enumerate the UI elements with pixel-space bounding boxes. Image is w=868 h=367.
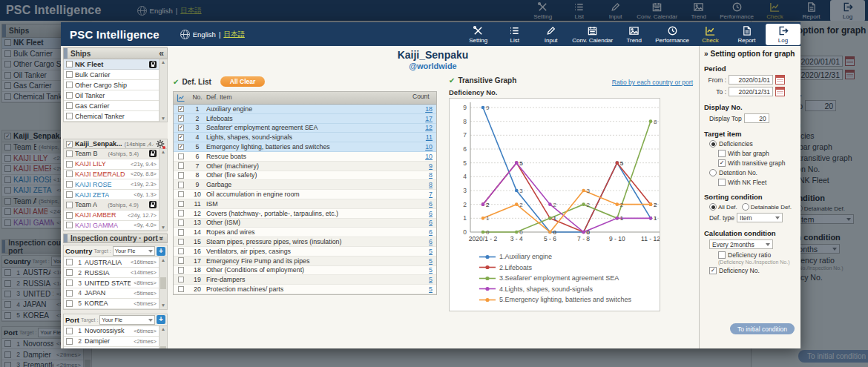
toolbar-item[interactable]: Input — [533, 24, 568, 45]
fleet-row[interactable]: Team A (5ships, 4.9) — [64, 200, 159, 211]
checkbox[interactable] — [178, 106, 185, 113]
count-link[interactable]: 8 — [412, 181, 435, 188]
table-row[interactable]: 8 Other (fire safety) 8 — [174, 171, 436, 181]
table-row[interactable]: 9 Garbage 8 — [174, 180, 436, 190]
detention-radio[interactable] — [709, 169, 717, 176]
with-nk-fleet-checkbox[interactable] — [718, 179, 726, 186]
fleet-row[interactable]: Team B (4ships, 5.4) — [64, 149, 159, 159]
country-row[interactable]: 1 AUSTRALIA <16times> — [64, 257, 159, 268]
count-link[interactable]: 6 — [412, 210, 435, 217]
ship-type-row[interactable]: Chemical Tanker — [64, 111, 159, 122]
checkbox[interactable] — [66, 151, 73, 157]
toolbar-item[interactable]: Performance — [653, 24, 691, 45]
checkbox[interactable] — [66, 171, 73, 177]
count-link[interactable]: 6 — [412, 228, 435, 236]
date-from-input[interactable]: 2020/01/01 — [729, 75, 773, 85]
checkbox[interactable] — [66, 161, 73, 168]
collapse-left-icon[interactable]: « — [159, 48, 164, 59]
count-link[interactable]: 10 — [412, 153, 435, 160]
checkbox[interactable] — [178, 191, 185, 198]
toolbar-item[interactable]: List — [497, 24, 532, 45]
checkbox[interactable] — [66, 191, 73, 198]
table-row[interactable]: 16 Ventilators, air pipes, casings 5 — [174, 247, 436, 257]
with-transitive-graph-checkbox[interactable] — [718, 159, 726, 167]
toolbar-item[interactable]: Conv. Calendar — [570, 24, 615, 45]
table-row[interactable]: 17 Emergency Fire Pump and its pipes 5 — [174, 257, 436, 266]
checkbox[interactable] — [178, 257, 185, 264]
count-link[interactable]: 5 — [412, 276, 435, 283]
add-button[interactable]: + — [157, 247, 165, 256]
count-link[interactable]: 6 — [412, 219, 435, 226]
toolbar-item[interactable]: Setting — [461, 24, 496, 45]
table-row[interactable]: 12 Covers (hatchway-, portable-, tarpaul… — [174, 209, 436, 219]
calendar-icon[interactable] — [775, 87, 785, 96]
count-link[interactable]: 7 — [412, 191, 435, 198]
ship-type-row[interactable]: Oil Tanker — [64, 90, 159, 101]
count-link[interactable]: 17 — [412, 115, 435, 122]
date-to-input[interactable]: 2020/12/31 — [729, 87, 773, 96]
table-row[interactable]: 19 Fire-dampers 5 — [174, 275, 436, 285]
table-row[interactable]: 6 Rescue boats 10 — [174, 152, 436, 162]
count-link[interactable]: 10 — [412, 143, 435, 151]
count-link[interactable]: 5 — [412, 266, 435, 274]
toolbar-item[interactable]: Check — [693, 24, 728, 45]
checkbox[interactable] — [178, 248, 185, 255]
scrollbar[interactable]: ▲▼ — [159, 59, 167, 122]
deficiency-no-checkbox[interactable] — [709, 267, 717, 274]
checkbox[interactable] — [66, 328, 73, 334]
def-type-select[interactable]: Item — [737, 213, 783, 222]
reset-button[interactable]: To initial condition — [730, 323, 795, 334]
table-row[interactable]: 3 Seafarer' employment agreement SEA 12 — [174, 124, 436, 133]
checkbox[interactable] — [178, 172, 185, 179]
checkbox[interactable] — [66, 222, 73, 228]
checkbox[interactable] — [66, 212, 73, 219]
fleet-row[interactable]: KAIJI ZETA <6y, 1.3> — [64, 190, 159, 200]
count-link[interactable]: 18 — [412, 105, 435, 113]
count-link[interactable]: 5 — [412, 257, 435, 265]
port-row[interactable]: 3 Fremantle <2times> — [64, 347, 159, 348]
table-row[interactable]: 10 Oil accumulation in engine room 7 — [174, 190, 436, 199]
checkbox[interactable] — [66, 269, 73, 276]
checkbox[interactable] — [178, 182, 185, 188]
checkbox[interactable] — [66, 181, 73, 188]
target-fleet-select[interactable]: Your Fle — [113, 246, 155, 256]
fleet-header[interactable]: Kaiji_Senpak... (14ships ,4.4) — [63, 139, 168, 149]
ship-type-row[interactable]: Gas Carrier — [64, 101, 159, 111]
calendar-icon[interactable] — [775, 75, 785, 85]
checkbox[interactable] — [66, 71, 73, 78]
table-row[interactable]: 14 Ropes and wires 6 — [174, 228, 436, 237]
port-row[interactable]: 1 Novorossiysk <6times> — [64, 326, 159, 337]
table-row[interactable]: 4 Lights, shapes, sound-signals 11 — [174, 133, 436, 142]
fleet-row[interactable]: KAIJI ROSE <19y, 2.3> — [64, 179, 159, 190]
all-def-radio[interactable] — [709, 203, 717, 211]
fleet-row[interactable]: KAIJI AMBER <24y, 12.7> — [64, 211, 159, 221]
table-row[interactable]: 15 Steam pipes, pressure pipes, wires (i… — [174, 237, 436, 247]
toolbar-item[interactable]: Report — [729, 24, 764, 45]
scrollbar[interactable]: ▲▼ — [159, 326, 167, 348]
checkbox[interactable] — [178, 239, 185, 245]
checkbox[interactable] — [66, 280, 73, 286]
port-row[interactable]: 2 Dampier <2times> — [64, 337, 159, 347]
checkbox[interactable] — [66, 338, 73, 345]
count-link[interactable]: 9 — [412, 162, 435, 170]
country-row[interactable]: 5 KOREA <5times> — [64, 299, 159, 309]
checkbox[interactable] — [178, 267, 185, 274]
checkbox[interactable] — [66, 202, 73, 208]
chevron-right-double-icon[interactable]: » — [704, 50, 708, 58]
checkbox[interactable] — [178, 277, 185, 283]
fleet-row[interactable]: KAIJI LILY <21y, 9.4> — [64, 159, 159, 170]
toolbar-item[interactable]: Trend — [617, 24, 651, 45]
count-link[interactable]: 6 — [412, 200, 435, 208]
checkbox[interactable] — [66, 259, 73, 265]
language-english[interactable]: English — [193, 30, 216, 39]
count-link[interactable]: 12 — [412, 124, 435, 131]
nk-fleet-row[interactable]: NK Fleet — [64, 59, 159, 70]
table-row[interactable]: 2 Lifeboats 17 — [174, 114, 436, 124]
scrollbar[interactable]: ▲▼ — [159, 257, 167, 308]
table-row[interactable]: 18 Other (Conditions of employment) 5 — [174, 266, 436, 276]
checkbox[interactable] — [178, 153, 185, 160]
checkbox[interactable] — [66, 113, 73, 119]
toolbar-item[interactable]: Log — [766, 24, 800, 45]
interval-select[interactable]: Every 2months — [709, 239, 773, 249]
ship-type-row[interactable]: Bulk Carrier — [64, 70, 159, 80]
